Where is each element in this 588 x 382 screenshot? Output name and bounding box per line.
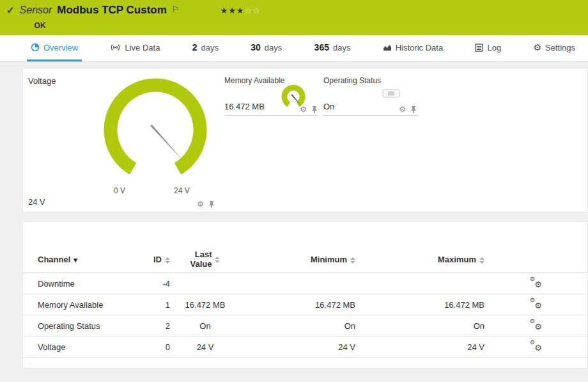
pin-icon[interactable] [410, 106, 417, 113]
status-check-icon: ✓ [6, 4, 15, 16]
sensor-header: ✓ Sensor Modbus TCP Custom ⚐ ★★★☆☆ OK [0, 0, 588, 35]
tab-live-data[interactable]: Live Data [106, 35, 164, 61]
header-maximum[interactable]: Maximum [355, 255, 484, 264]
channel-gear-icon[interactable]: ⚙ [300, 106, 307, 113]
channel-id: -4 [144, 279, 170, 289]
tab-number: 365 [314, 42, 329, 52]
status-badge: OK [35, 21, 261, 30]
gear-icon: ⚙ [533, 43, 541, 52]
channel-minimum: On [240, 321, 355, 331]
channel-minimum: 24 V [240, 342, 355, 352]
gauge-title: Operating Status [323, 76, 381, 85]
gauge-value: 24 V [28, 197, 45, 207]
gauge-title: Memory Available [224, 76, 285, 85]
channel-settings-icon[interactable]: ⚙⚙ [530, 277, 542, 288]
tab-settings[interactable]: ⚙ Settings [529, 35, 579, 61]
channel-name: Operating Status [23, 321, 144, 331]
channel-maximum: 16.472 MB [355, 300, 484, 310]
operating-status-tile: Operating Status On ⚙ [323, 75, 418, 116]
gauge-scale-min: 0 V [114, 186, 125, 195]
tab-2-days[interactable]: 2 days [189, 35, 222, 61]
table-row: Memory Available 1 16.472 MB 16.472 MB 1… [23, 294, 587, 315]
header-last-value[interactable]: LastValue [170, 250, 240, 269]
channel-id: 0 [144, 342, 170, 352]
table-header-row: Channel▾ ID LastValue Minimum Maximum [23, 246, 587, 273]
broadcast-icon [110, 44, 121, 51]
channel-id: 1 [144, 300, 170, 310]
favorite-stars[interactable]: ★★★☆☆ [220, 6, 261, 15]
sort-icon[interactable] [479, 257, 484, 264]
page-title: Modbus TCP Custom [57, 4, 167, 17]
channel-id: 2 [144, 321, 170, 331]
overview-pie-icon [31, 43, 40, 52]
sensor-header-main: Sensor Modbus TCP Custom ⚐ ★★★☆☆ OK [20, 4, 261, 30]
channel-last-value: On [170, 321, 240, 331]
gauge-value: 16.472 MB [224, 102, 265, 111]
tab-label: Live Data [125, 43, 160, 52]
tab-label: Overview [43, 43, 78, 52]
tab-label: Settings [545, 43, 575, 52]
channel-gear-icon[interactable]: ⚙ [197, 200, 204, 208]
gauge-title: Voltage [28, 76, 56, 86]
channel-table: Channel▾ ID LastValue Minimum Maximum Do… [23, 246, 587, 358]
channel-name: Voltage [23, 342, 144, 352]
tab-label: days [265, 43, 282, 52]
channel-name: Memory Available [23, 300, 144, 310]
switch-indicator-icon [382, 89, 400, 98]
header-channel[interactable]: Channel▾ [23, 255, 144, 264]
tab-label: Log [487, 43, 501, 52]
sort-icon[interactable] [165, 257, 170, 264]
channel-settings-icon[interactable]: ⚙⚙ [530, 298, 542, 309]
priority-flag-icon[interactable]: ⚐ [172, 4, 180, 14]
channel-settings-icon[interactable]: ⚙⚙ [530, 340, 542, 351]
chevron-down-icon: ▾ [74, 256, 77, 264]
table-row: Voltage 0 24 V 24 V 24 V ⚙⚙ [23, 337, 587, 358]
sort-icon[interactable] [350, 257, 355, 264]
pin-icon[interactable] [208, 200, 215, 208]
channel-name: Downtime [23, 279, 144, 289]
tab-historic-data[interactable]: Historic Data [379, 35, 447, 61]
gauge-scale-max: 24 V [174, 186, 190, 195]
log-icon [475, 44, 483, 52]
voltage-gauge-tile: Voltage 0 V 24 V 24 V ⚙ [23, 68, 218, 213]
channel-last-value: 24 V [170, 342, 240, 352]
gauges-panel: Voltage 0 V 24 V 24 V ⚙ Memory Available… [22, 68, 588, 212]
header-minimum[interactable]: Minimum [240, 255, 355, 264]
tab-overview[interactable]: Overview [27, 35, 82, 61]
gauge-needle [150, 125, 183, 161]
channel-minimum: 16.472 MB [240, 300, 355, 310]
header-id[interactable]: ID [144, 255, 170, 264]
stars-empty: ☆☆ [244, 6, 260, 15]
stars-filled: ★★★ [220, 6, 245, 15]
channel-maximum: 24 V [355, 342, 484, 352]
sort-icon[interactable] [215, 257, 220, 263]
channel-last-value: 16.472 MB [170, 300, 240, 310]
channel-maximum: On [355, 321, 484, 331]
channel-settings-icon[interactable]: ⚙⚙ [530, 319, 542, 330]
channel-gear-icon[interactable]: ⚙ [399, 106, 406, 113]
table-row: Downtime -4 ⚙⚙ [23, 273, 587, 294]
voltage-gauge [95, 74, 216, 182]
tab-365-days[interactable]: 365 days [311, 35, 355, 61]
chart-icon [383, 44, 392, 51]
tab-number: 30 [251, 42, 261, 52]
tab-label: days [201, 43, 219, 52]
sensor-kind-label: Sensor [20, 4, 52, 16]
memory-gauge-tile: Memory Available 16.472 MB ⚙ [224, 75, 319, 116]
tab-30-days[interactable]: 30 days [247, 35, 286, 61]
tab-bar: Overview Live Data 2 days 30 days 365 da… [0, 35, 588, 62]
tab-label: Historic Data [396, 43, 443, 52]
gauge-value: On [323, 102, 334, 111]
channel-table-panel: Channel▾ ID LastValue Minimum Maximum Do… [22, 221, 588, 369]
tab-number: 2 [192, 42, 197, 52]
tab-label: days [333, 43, 350, 52]
pin-icon[interactable] [311, 106, 318, 113]
table-row: Operating Status 2 On On On ⚙⚙ [23, 315, 587, 337]
tab-log[interactable]: Log [471, 35, 505, 61]
